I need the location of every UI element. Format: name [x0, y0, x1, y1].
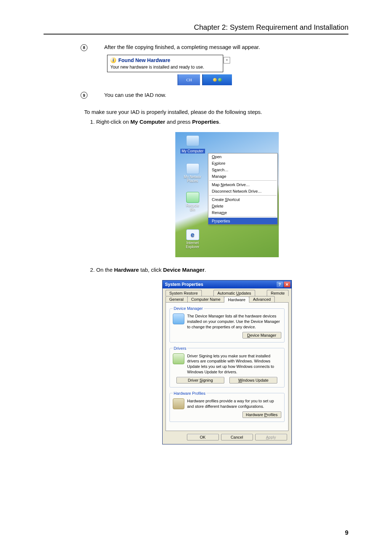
drivers-description: Driver Signing lets you make sure that i… [187, 353, 281, 375]
desktop-label: My Networ Places [184, 175, 202, 183]
tab-advanced[interactable]: Advanced [249, 296, 275, 302]
desktop-icon-my-computer[interactable] [184, 135, 202, 147]
bullet-9-icon: 9 [81, 92, 87, 99]
dialog-title: System Properties [165, 282, 203, 287]
legend-hardware-profiles: Hardware Profiles [173, 391, 207, 395]
device-manager-button[interactable]: Device Manager [242, 332, 281, 338]
context-menu-manage[interactable]: Manage [208, 173, 277, 180]
context-menu-disconnect-network-drive[interactable]: Disconnect Network Drive… [208, 188, 277, 194]
balloon-close-button[interactable]: × [224, 57, 230, 63]
instruction-9-text: You can use the IAD now. [104, 92, 348, 99]
fieldset-drivers: Drivers Driver Signing lets you make sur… [170, 346, 285, 387]
taskbar-language[interactable]: CH [177, 74, 200, 85]
context-menu-explore[interactable]: Explore [208, 160, 277, 167]
step1-text: Right-click on [96, 119, 130, 125]
windows-update-button[interactable]: Windows Update [229, 377, 277, 383]
instruction-step-8: 8 After the file copying finished, a com… [44, 44, 348, 51]
step1-text: and press [165, 119, 192, 125]
tab-remote[interactable]: Remote [267, 290, 289, 296]
title-help-button[interactable]: ? [277, 282, 283, 287]
legend-device-manager: Device Manager [173, 306, 204, 311]
tray-icon [218, 78, 222, 82]
drivers-icon [173, 353, 184, 364]
apply-button[interactable]: Apply [255, 434, 287, 440]
hardware-profiles-icon [173, 398, 184, 409]
instruction-8-text: After the file copying finished, a compl… [104, 44, 348, 51]
tray-icon [213, 78, 217, 82]
desktop-icon-recycle-bin[interactable]: Recycle Bin [184, 192, 202, 212]
balloon-message: Your new hardware is installed and ready… [110, 65, 220, 70]
desktop-label: Internet [184, 241, 202, 245]
system-properties-dialog: System Properties ? ✕ System Restore Aut… [162, 280, 292, 444]
step1-bold2: Properties [192, 119, 219, 125]
desktop-label: Explorer [184, 245, 202, 249]
desktop-label-my-computer: My Computer [180, 149, 205, 153]
step2-text: On the [96, 267, 114, 273]
hardware-profiles-description: Hardware profiles provide a way for you … [187, 398, 281, 409]
step2-text: tab, click [139, 267, 163, 273]
context-menu-properties[interactable]: Properties [208, 218, 277, 224]
tab-system-restore[interactable]: System Restore [166, 290, 202, 296]
title-close-button[interactable]: ✕ [284, 282, 290, 287]
step1-bold1: My Computer [130, 119, 165, 125]
step2-bold2: Device Manager [163, 267, 204, 273]
step-1: Right-click on My Computer and press Pro… [96, 119, 358, 264]
context-menu-delete[interactable]: Delete [208, 203, 277, 209]
fieldset-hardware-profiles: Hardware Profiles Hardware profiles prov… [170, 391, 285, 422]
ok-button[interactable]: OK [187, 434, 219, 440]
tab-computer-name[interactable]: Computer Name [187, 296, 225, 302]
driver-signing-button[interactable]: Driver Signing [176, 377, 224, 383]
cancel-button[interactable]: Cancel [221, 434, 253, 440]
tab-automatic-updates[interactable]: Automatic Updates [213, 290, 255, 296]
step2-bold1: Hardware [114, 267, 139, 273]
instruction-step-9: 9 You can use the IAD now. [44, 92, 348, 99]
verify-paragraph: To make sure your IAD is properly instal… [84, 109, 360, 115]
legend-drivers: Drivers [173, 346, 188, 350]
tab-hardware[interactable]: Hardware [224, 296, 249, 303]
desktop-icon-network-places[interactable]: My Networ Places [184, 163, 202, 183]
desktop-label: Recycle Bin [184, 204, 202, 212]
context-menu: OOpenpen Explore Search… Manage Map Netw… [208, 153, 278, 225]
balloon-title-text: Found New Hardware [118, 57, 170, 63]
context-menu-open[interactable]: OOpenpen [208, 153, 277, 160]
step2-text: . [205, 267, 206, 273]
taskbar-tray[interactable] [202, 74, 232, 85]
taskbar: CH [107, 74, 232, 85]
tab-general[interactable]: General [166, 296, 188, 302]
desktop-screenshot: My Computer My Networ Places Recycle Bin… [175, 132, 279, 257]
page-number: 9 [345, 529, 348, 537]
desktop-icon-internet-explorer[interactable]: e Internet Explorer [184, 229, 202, 249]
context-menu-map-network-drive[interactable]: Map Network Drive… [208, 181, 277, 188]
device-manager-icon [173, 313, 184, 324]
bullet-8-icon: 8 [81, 44, 87, 51]
device-manager-description: The Device Manager lists all the hardwar… [187, 313, 281, 330]
hardware-profiles-button[interactable]: Hardware Profiles [242, 411, 281, 418]
info-icon: i [110, 57, 116, 63]
found-new-hardware-balloon: × i Found New Hardware Your new hardware… [107, 55, 232, 85]
context-menu-create-shortcut[interactable]: Create Shortcut [208, 196, 277, 203]
chapter-title: Chapter 2: System Requirement and Instal… [44, 23, 348, 34]
fieldset-device-manager: Device Manager The Device Manager lists … [170, 306, 285, 342]
step-2: On the Hardware tab, click Device Manage… [96, 267, 358, 451]
context-menu-rename[interactable]: Rename [208, 209, 277, 216]
context-menu-search[interactable]: Search… [208, 167, 277, 173]
step1-text: . [219, 119, 220, 125]
